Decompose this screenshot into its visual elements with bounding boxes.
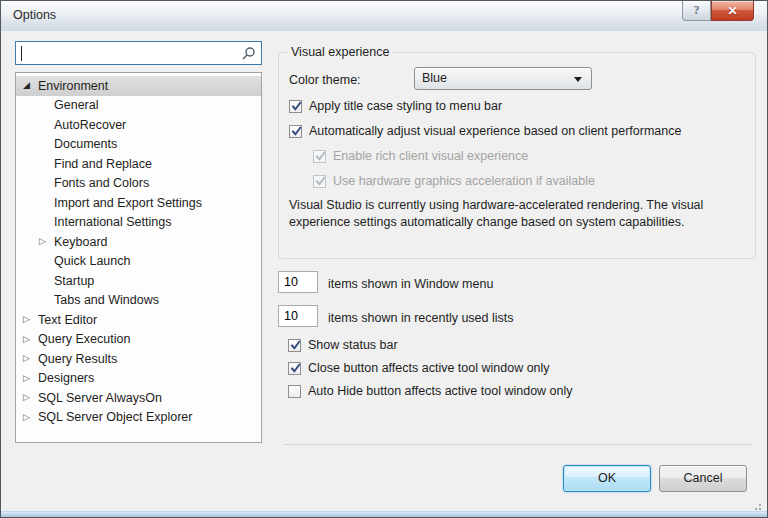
tree-item-label: Startup [54, 274, 94, 288]
checkbox-row-apply-title-case-styling-to-menu-bar: Apply title case styling to menu bar [289, 99, 681, 113]
tree-expand-icon[interactable]: ▷ [22, 335, 38, 344]
tree-item-quick-launch[interactable]: Quick Launch [16, 252, 261, 272]
window-title: Options [13, 8, 56, 22]
tree-item-fonts-and-colors[interactable]: Fonts and Colors [16, 174, 261, 194]
general-checkboxes: Show status barClose button affects acti… [288, 338, 573, 407]
checked-checkbox[interactable] [289, 125, 302, 138]
unchecked-checkbox[interactable] [288, 385, 301, 398]
tree-expand-icon[interactable]: ▷ [22, 315, 38, 324]
tree-item-label: SQL Server AlwaysOn [38, 391, 162, 405]
tree-item-label: Find and Replace [54, 157, 152, 171]
window-menu-items-input[interactable] [278, 271, 318, 293]
tree-item-sql-server-object-explorer[interactable]: ▷SQL Server Object Explorer [16, 408, 261, 428]
help-button[interactable]: ? [682, 1, 711, 21]
checkbox-row-use-hardware-graphics-acceleration-if-available: Use hardware graphics acceleration if av… [313, 174, 681, 188]
checkbox-label: Close button affects active tool window … [308, 361, 550, 375]
tree-item-sql-server-alwayson[interactable]: ▷SQL Server AlwaysOn [16, 388, 261, 408]
recent-lists-items-row: items shown in recently used lists [278, 305, 514, 327]
color-theme-dropdown[interactable]: Blue [414, 67, 592, 90]
tree-item-find-and-replace[interactable]: Find and Replace [16, 154, 261, 174]
tree-item-documents[interactable]: Documents [16, 135, 261, 155]
tree-item-label: Tabs and Windows [54, 293, 159, 307]
close-icon: ✕ [727, 4, 737, 18]
tree-item-startup[interactable]: Startup [16, 271, 261, 291]
tree-item-label: Fonts and Colors [54, 176, 149, 190]
tree-expand-icon[interactable]: ▷ [38, 237, 54, 246]
dialog-content: ◢EnvironmentGeneralAutoRecoverDocumentsF… [1, 31, 767, 517]
tree-item-label: General [54, 98, 98, 112]
checkbox-label: Automatically adjust visual experience b… [309, 124, 681, 138]
tree-item-label: Import and Export Settings [54, 196, 202, 210]
recent-lists-items-label: items shown in recently used lists [328, 307, 514, 325]
tree-item-label: Quick Launch [54, 254, 130, 268]
color-theme-value: Blue [422, 71, 447, 85]
tree-item-label: Environment [38, 79, 108, 93]
checkbox-label: Auto Hide button affects active tool win… [308, 384, 573, 398]
checkbox-label: Use hardware graphics acceleration if av… [333, 174, 595, 188]
tree-expand-icon[interactable]: ▷ [22, 393, 38, 402]
tree-expand-icon[interactable]: ▷ [22, 413, 38, 422]
checkbox-row-show-status-bar: Show status bar [288, 338, 573, 352]
window-bottom-frame [1, 511, 767, 517]
checkbox-row-enable-rich-client-visual-experience: Enable rich client visual experience [313, 149, 681, 163]
window-menu-items-row: items shown in Window menu [278, 271, 493, 293]
checkbox-row-close-button-affects-active-tool-window-only: Close button affects active tool window … [288, 361, 573, 375]
visual-experience-group: Visual experience Color theme: Blue Appl… [278, 52, 756, 259]
options-tree: ◢EnvironmentGeneralAutoRecoverDocumentsF… [15, 72, 262, 443]
checked-checkbox[interactable] [288, 362, 301, 375]
cancel-button[interactable]: Cancel [659, 465, 747, 492]
tree-item-import-and-export-settings[interactable]: Import and Export Settings [16, 193, 261, 213]
search-box [15, 41, 262, 65]
tree-item-label: Documents [54, 137, 117, 151]
tree-item-query-results[interactable]: ▷Query Results [16, 349, 261, 369]
tree-item-label: International Settings [54, 215, 171, 229]
checked-checkbox[interactable] [289, 100, 302, 113]
tree-item-label: Keyboard [54, 235, 108, 249]
tree-collapse-icon[interactable]: ◢ [22, 81, 38, 90]
tree-item-label: Designers [38, 371, 94, 385]
checkbox-label: Enable rich client visual experience [333, 149, 528, 163]
close-button[interactable]: ✕ [711, 1, 754, 21]
checkbox-row-automatically-adjust-visual-experience-based-on-client-performance: Automatically adjust visual experience b… [289, 124, 681, 138]
visual-experience-checkboxes: Apply title case styling to menu barAuto… [289, 99, 681, 199]
tree-item-keyboard[interactable]: ▷Keyboard [16, 232, 261, 252]
text-caret [21, 46, 22, 61]
window-menu-items-label: items shown in Window menu [328, 273, 493, 291]
titlebar: Options [1, 1, 767, 31]
tree-item-label: AutoRecover [54, 118, 126, 132]
color-theme-label: Color theme: [289, 69, 361, 92]
help-icon: ? [694, 3, 700, 18]
tree-item-text-editor[interactable]: ▷Text Editor [16, 310, 261, 330]
tree-item-label: Query Results [38, 352, 117, 366]
resize-grip[interactable] [751, 504, 753, 506]
tree-item-general[interactable]: General [16, 96, 261, 116]
ok-button[interactable]: OK [563, 465, 651, 492]
options-dialog: Options ? ✕ ◢EnvironmentGeneralAutoRecov… [0, 0, 768, 518]
tree-item-query-execution[interactable]: ▷Query Execution [16, 330, 261, 350]
tree-item-environment[interactable]: ◢Environment [16, 76, 261, 96]
tree-expand-icon[interactable]: ▷ [22, 354, 38, 363]
checkbox-row-auto-hide-button-affects-active-tool-window-only: Auto Hide button affects active tool win… [288, 384, 573, 398]
tree-expand-icon[interactable]: ▷ [22, 374, 38, 383]
checked-checkbox [313, 175, 326, 188]
checkbox-label: Show status bar [308, 338, 398, 352]
search-icon [241, 46, 256, 61]
group-title: Visual experience [287, 45, 393, 59]
tree-item-autorecover[interactable]: AutoRecover [16, 115, 261, 135]
footer-separator [284, 444, 753, 445]
tree-item-tabs-and-windows[interactable]: Tabs and Windows [16, 291, 261, 311]
checked-checkbox[interactable] [288, 339, 301, 352]
chevron-down-icon [574, 77, 582, 82]
tree-item-label: Text Editor [38, 313, 97, 327]
checked-checkbox [313, 150, 326, 163]
search-input[interactable] [16, 42, 261, 64]
tree-item-designers[interactable]: ▷Designers [16, 369, 261, 389]
rendering-note: Visual Studio is currently using hardwar… [289, 197, 751, 231]
tree-item-label: SQL Server Object Explorer [38, 410, 192, 424]
tree-item-international-settings[interactable]: International Settings [16, 213, 261, 233]
tree-item-label: Query Execution [38, 332, 130, 346]
recent-lists-items-input[interactable] [278, 305, 318, 327]
caption-buttons: ? ✕ [682, 1, 754, 21]
checkbox-label: Apply title case styling to menu bar [309, 99, 502, 113]
